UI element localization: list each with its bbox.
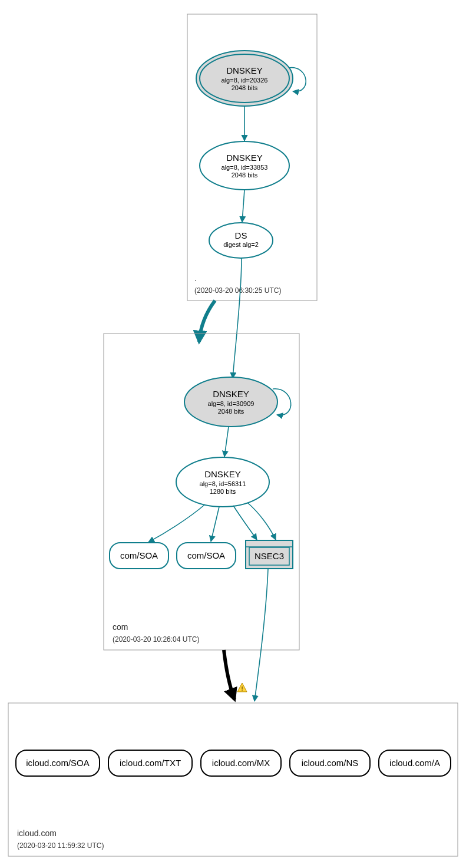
node-com-zsk: DNSKEY alg=8, id=56311 1280 bits xyxy=(176,457,269,507)
node-root-ds: DS digest alg=2 xyxy=(209,223,273,258)
svg-text:icloud.com/SOA: icloud.com/SOA xyxy=(26,758,90,768)
svg-text:DS: DS xyxy=(235,230,247,240)
edge-root-to-com xyxy=(199,301,215,342)
zone-root-name: . xyxy=(194,273,197,283)
node-com-ksk: DNSKEY alg=8, id=30909 2048 bits xyxy=(184,377,277,427)
node-com-nsec3: NSEC3 xyxy=(246,540,293,569)
svg-point-10 xyxy=(209,223,273,258)
svg-text:icloud.com/TXT: icloud.com/TXT xyxy=(120,758,181,768)
svg-text:icloud.com/NS: icloud.com/NS xyxy=(302,758,359,768)
zone-icloud: icloud.com (2020-03-20 11:59:32 UTC) xyxy=(8,703,458,856)
node-icloud-ns: icloud.com/NS xyxy=(290,750,370,776)
edge-zsk-nsec3b xyxy=(247,503,276,540)
edge-com-to-icloud xyxy=(224,650,234,699)
svg-text:com/SOA: com/SOA xyxy=(187,550,225,560)
svg-text:DNSKEY: DNSKEY xyxy=(213,389,249,399)
svg-text:DNSKEY: DNSKEY xyxy=(226,153,263,163)
svg-text:DNSKEY: DNSKEY xyxy=(226,65,263,75)
zone-icloud-name: icloud.com xyxy=(17,829,57,838)
edge-zsk-soa1 xyxy=(148,504,205,542)
edge-zsk-soa2 xyxy=(211,507,219,542)
svg-text:alg=8, id=33853: alg=8, id=33853 xyxy=(222,164,268,171)
node-com-soa-2: com/SOA xyxy=(177,543,236,569)
edge-ds-to-comksk xyxy=(233,258,242,378)
zone-root-ts: (2020-03-20 06:30:25 UTC) xyxy=(194,286,281,295)
svg-text:2048 bits: 2048 bits xyxy=(218,408,244,415)
svg-text:1280 bits: 1280 bits xyxy=(210,488,236,495)
svg-text:com/SOA: com/SOA xyxy=(120,550,158,560)
svg-text:DNSKEY: DNSKEY xyxy=(204,469,241,479)
node-icloud-mx: icloud.com/MX xyxy=(201,750,281,776)
svg-text:icloud.com/A: icloud.com/A xyxy=(389,758,440,768)
edge-com-ksk-zsk xyxy=(224,427,229,457)
svg-text:alg=8, id=56311: alg=8, id=56311 xyxy=(200,480,246,487)
warning-icon: ! xyxy=(237,683,247,692)
zone-com-name: com xyxy=(113,622,128,632)
svg-rect-31 xyxy=(8,703,458,856)
svg-text:alg=8, id=30909: alg=8, id=30909 xyxy=(208,400,255,407)
svg-text:alg=8, id=20326: alg=8, id=20326 xyxy=(222,77,268,84)
edge-root-zsk-ds xyxy=(242,190,244,222)
node-icloud-soa: icloud.com/SOA xyxy=(16,750,100,776)
svg-text:2048 bits: 2048 bits xyxy=(232,84,258,91)
node-root-ksk: DNSKEY alg=8, id=20326 2048 bits xyxy=(196,51,293,106)
node-com-soa-1: com/SOA xyxy=(110,543,168,569)
node-icloud-a: icloud.com/A xyxy=(379,750,451,776)
svg-text:icloud.com/MX: icloud.com/MX xyxy=(212,758,270,768)
node-root-zsk: DNSKEY alg=8, id=33853 2048 bits xyxy=(200,141,289,190)
svg-text:digest alg=2: digest alg=2 xyxy=(223,241,259,248)
zone-icloud-ts: (2020-03-20 11:59:32 UTC) xyxy=(17,841,104,850)
zone-com-ts: (2020-03-20 10:26:04 UTC) xyxy=(113,635,199,643)
svg-text:!: ! xyxy=(241,685,243,692)
svg-text:2048 bits: 2048 bits xyxy=(232,171,258,179)
edge-nsec3-icloud xyxy=(255,569,268,701)
svg-text:NSEC3: NSEC3 xyxy=(255,551,284,561)
node-icloud-txt: icloud.com/TXT xyxy=(108,750,192,776)
edge-zsk-nsec3a xyxy=(233,506,257,540)
